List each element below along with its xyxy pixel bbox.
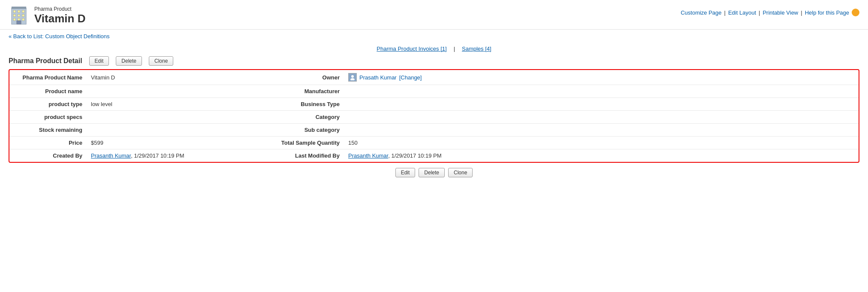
- field-value-owner: Prasath Kumar [Change]: [344, 70, 859, 85]
- page-subtitle: Pharma Product: [34, 6, 85, 12]
- created-date: , 1/29/2017 10:19 PM: [131, 152, 184, 159]
- detail-table: Pharma Product Name Vitamin D Owner Pras: [9, 70, 859, 162]
- field-value-last-modified-by: Prasanth Kumar, 1/29/2017 10:19 PM: [344, 149, 859, 162]
- edit-layout-link[interactable]: Edit Layout: [728, 9, 756, 16]
- logo-title: Pharma Product Vitamin D: [9, 5, 85, 26]
- svg-rect-2: [13, 10, 15, 12]
- svg-rect-5: [13, 14, 15, 16]
- table-row: product specs Category: [9, 111, 859, 124]
- building-icon: [9, 5, 29, 26]
- modified-by-link[interactable]: Prasanth Kumar: [348, 152, 388, 159]
- created-by-link[interactable]: Prasanth Kumar: [91, 152, 131, 159]
- field-value-sub-category: [344, 124, 859, 137]
- field-label-price: Price: [9, 137, 87, 149]
- top-header: Pharma Product Vitamin D Customize Page …: [0, 0, 868, 30]
- field-value-product-name: [87, 85, 258, 98]
- field-value-product-specs: [87, 111, 258, 124]
- detail-section-title: Pharma Product Detail: [9, 57, 82, 65]
- page-wrapper: Pharma Product Vitamin D Customize Page …: [0, 0, 868, 292]
- clone-button-bottom[interactable]: Clone: [448, 168, 473, 177]
- field-label-product-name: Product name: [9, 85, 87, 98]
- tab-samples[interactable]: Samples [4]: [462, 46, 491, 52]
- related-tabs: Pharma Product Invoices [1] | Samples [4…: [0, 43, 868, 56]
- field-label-sub-category: Sub category: [258, 124, 344, 137]
- field-value-category: [344, 111, 859, 124]
- svg-rect-9: [18, 18, 20, 21]
- field-value-business-type: [344, 98, 859, 111]
- field-label-pharma-product-name: Pharma Product Name: [9, 70, 87, 85]
- title-block: Pharma Product Vitamin D: [34, 6, 85, 25]
- field-value-pharma-product-name: Vitamin D: [87, 70, 258, 85]
- delete-button-top[interactable]: Delete: [116, 56, 142, 66]
- field-value-manufacturer: [344, 85, 859, 98]
- table-row: Price $599 Total Sample Quantity 150: [9, 137, 859, 149]
- back-to-list-link[interactable]: « Back to List: Custom Object Definition…: [9, 33, 110, 40]
- field-label-category: Category: [258, 111, 344, 124]
- table-row: product type low level Business Type: [9, 98, 859, 111]
- help-link[interactable]: Help for this Page: [805, 9, 849, 16]
- bottom-buttons: Edit Delete Clone: [9, 163, 859, 182]
- detail-table-wrapper: Pharma Product Name Vitamin D Owner Pras: [9, 69, 859, 163]
- field-value-price: $599: [87, 137, 258, 149]
- svg-rect-6: [18, 14, 20, 16]
- svg-rect-10: [22, 18, 24, 21]
- field-value-stock-remaining: [87, 124, 258, 137]
- table-row: Created By Prasanth Kumar, 1/29/2017 10:…: [9, 149, 859, 162]
- clone-button-top[interactable]: Clone: [149, 56, 173, 66]
- svg-rect-11: [17, 21, 21, 24]
- field-label-created-by: Created By: [9, 149, 87, 162]
- field-value-product-type: low level: [87, 98, 258, 111]
- owner-change-link[interactable]: [Change]: [399, 74, 422, 81]
- field-label-total-sample-quantity: Total Sample Quantity: [258, 137, 344, 149]
- field-value-created-by: Prasanth Kumar, 1/29/2017 10:19 PM: [87, 149, 258, 162]
- owner-avatar: [348, 73, 357, 82]
- edit-button-bottom[interactable]: Edit: [395, 168, 416, 177]
- table-row: Product name Manufacturer: [9, 85, 859, 98]
- field-label-product-type: product type: [9, 98, 87, 111]
- svg-rect-8: [13, 18, 15, 21]
- svg-rect-3: [18, 10, 20, 12]
- field-label-stock-remaining: Stock remaining: [9, 124, 87, 137]
- delete-button-bottom[interactable]: Delete: [419, 168, 445, 177]
- field-label-manufacturer: Manufacturer: [258, 85, 344, 98]
- table-row: Pharma Product Name Vitamin D Owner Pras: [9, 70, 859, 85]
- help-icon: [852, 9, 859, 16]
- modified-date: , 1/29/2017 10:19 PM: [388, 152, 441, 159]
- svg-rect-4: [22, 10, 24, 12]
- edit-button-top[interactable]: Edit: [89, 56, 109, 66]
- table-row: Stock remaining Sub category: [9, 124, 859, 137]
- back-link-bar: « Back to List: Custom Object Definition…: [0, 30, 868, 43]
- field-label-owner: Owner: [258, 70, 344, 85]
- field-value-total-sample-quantity: 150: [344, 137, 859, 149]
- field-label-business-type: Business Type: [258, 98, 344, 111]
- printable-view-link[interactable]: Printable View: [763, 9, 798, 16]
- page-title: Vitamin D: [34, 12, 85, 25]
- detail-section: Pharma Product Detail Edit Delete Clone …: [0, 56, 868, 182]
- owner-name-link[interactable]: Prasath Kumar: [359, 74, 397, 81]
- field-label-product-specs: product specs: [9, 111, 87, 124]
- detail-header: Pharma Product Detail Edit Delete Clone: [9, 56, 859, 66]
- top-links: Customize Page | Edit Layout | Printable…: [681, 5, 859, 16]
- customize-page-link[interactable]: Customize Page: [681, 9, 721, 16]
- field-label-last-modified-by: Last Modified By: [258, 149, 344, 162]
- svg-rect-7: [22, 14, 24, 16]
- svg-rect-1: [12, 6, 26, 9]
- svg-point-13: [350, 78, 355, 80]
- tab-pharma-product-invoices[interactable]: Pharma Product Invoices [1]: [377, 46, 446, 52]
- svg-point-12: [351, 75, 354, 78]
